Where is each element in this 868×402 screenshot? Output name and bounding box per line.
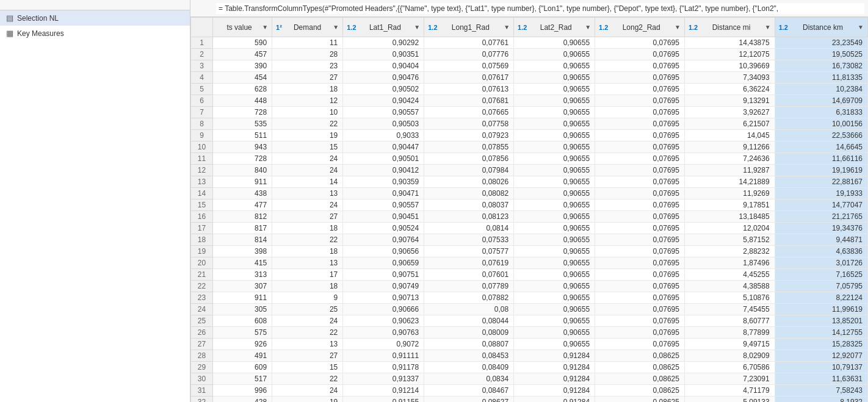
cell-r9-its-value: 511 (213, 130, 272, 142)
table-row: 8535220,905030,077580,906550,076956,2150… (191, 118, 868, 130)
cell-r20-its-value: 415 (213, 257, 272, 269)
cell-r12-lat2-rad: 0,90655 (514, 165, 595, 176)
cell-r13-long1-rad: 0,08026 (424, 176, 514, 188)
col-type-long1-rad: 1.2 (428, 24, 437, 31)
cell-r32-long2-rad: 0,08625 (595, 397, 685, 403)
formula-confirm-button[interactable] (201, 8, 206, 9)
cell-r4-distance-mi: 7,34093 (684, 72, 775, 84)
cell-r31-long2-rad: 0,08625 (595, 385, 685, 397)
table-row: 24305250,906660,080,906550,076957,454551… (191, 304, 868, 315)
cell-r22-its-value: 307 (213, 281, 272, 292)
col-dropdown-distance-km[interactable]: ▼ (858, 24, 864, 31)
cell-r27-distance-km: 15,28325 (775, 339, 867, 350)
cell-r23-demand: 9 (272, 292, 343, 304)
cell-r28-long2-rad: 0,08625 (595, 350, 685, 362)
col-dropdown-lat2-rad[interactable]: ▼ (585, 24, 591, 31)
cell-r7-distance-mi: 3,92627 (684, 107, 775, 118)
row-number-18: 18 (191, 234, 213, 246)
table-row: 19398180,906560,075770,906550,076952,882… (191, 246, 868, 257)
col-header-long2-rad: 1.2 Long2_Rad ▼ (595, 18, 685, 37)
cell-r14-distance-km: 19,1933 (775, 188, 867, 199)
col-type-long2-rad: 1.2 (599, 24, 608, 31)
row-number-16: 16 (191, 211, 213, 223)
cell-r2-long2-rad: 0,07695 (595, 49, 685, 60)
cell-r24-distance-km: 11,99619 (775, 304, 867, 315)
cell-r28-distance-km: 12,92077 (775, 350, 867, 362)
col-label-distance-mi: Distance mi (700, 23, 763, 32)
cell-r30-its-value: 517 (213, 373, 272, 385)
table-row: 2391190,907130,078820,906550,076955,1087… (191, 292, 868, 304)
cell-r2-lat1-rad: 0,90351 (343, 49, 424, 60)
cell-r6-long2-rad: 0,07695 (595, 95, 685, 107)
col-dropdown-long2-rad[interactable]: ▼ (675, 24, 681, 31)
row-number-14: 14 (191, 188, 213, 199)
cell-r27-its-value: 926 (213, 339, 272, 350)
cell-r31-long1-rad: 0,08467 (424, 385, 514, 397)
cell-r14-long1-rad: 0,08082 (424, 188, 514, 199)
cell-r22-long2-rad: 0,07695 (595, 281, 685, 292)
formula-input[interactable] (216, 3, 864, 14)
cell-r12-its-value: 840 (213, 165, 272, 176)
row-number-27: 27 (191, 339, 213, 350)
col-dropdown-its-value[interactable]: ▼ (262, 24, 268, 31)
cell-r9-lat2-rad: 0,90655 (514, 130, 595, 142)
col-dropdown-lat1-rad[interactable]: ▼ (414, 24, 420, 31)
cell-r16-distance-km: 21,21765 (775, 211, 867, 223)
cell-r9-distance-km: 22,53666 (775, 130, 867, 142)
table-row: 31996240,912140,084670,912840,086254,711… (191, 385, 868, 397)
cell-r26-long2-rad: 0,07695 (595, 327, 685, 339)
col-dropdown-distance-mi[interactable]: ▼ (765, 24, 771, 31)
col-dropdown-long1-rad[interactable]: ▼ (504, 24, 510, 31)
cell-r3-distance-km: 16,73082 (775, 60, 867, 72)
cell-r28-lat1-rad: 0,91111 (343, 350, 424, 362)
col-header-demand: 1² Demand ▼ (272, 18, 343, 37)
cell-r18-demand: 22 (272, 234, 343, 246)
cell-r18-distance-km: 9,44871 (775, 234, 867, 246)
table-row: 32428190,911550,086270,912840,086255,091… (191, 397, 868, 403)
cell-r9-lat1-rad: 0,9033 (343, 130, 424, 142)
cell-r26-distance-km: 14,12755 (775, 327, 867, 339)
cell-r30-distance-km: 11,63631 (775, 373, 867, 385)
cell-r18-long2-rad: 0,07695 (595, 234, 685, 246)
cell-r5-its-value: 628 (213, 84, 272, 95)
table-row: 9511190,90330,079230,906550,0769514,0452… (191, 130, 868, 142)
cell-r21-demand: 17 (272, 269, 343, 281)
cell-r28-lat2-rad: 0,91284 (514, 350, 595, 362)
cell-r27-lat1-rad: 0,9072 (343, 339, 424, 350)
cell-r32-distance-mi: 5,09133 (684, 397, 775, 403)
cell-r26-its-value: 575 (213, 327, 272, 339)
cell-r10-lat1-rad: 0,90447 (343, 142, 424, 153)
row-number-26: 26 (191, 327, 213, 339)
formula-cancel-button[interactable] (194, 8, 199, 9)
sidebar-item-key-measures[interactable]: ▦Key Measures (0, 26, 190, 41)
cell-r17-long1-rad: 0,0814 (424, 223, 514, 234)
row-number-3: 3 (191, 60, 213, 72)
col-label-lat1-rad: Lat1_Rad (358, 23, 413, 32)
cell-r14-its-value: 438 (213, 188, 272, 199)
sidebar: ▤Selection NL▦Key Measures (0, 0, 190, 402)
col-label-long2-rad: Long2_Rad (610, 23, 673, 32)
cell-r7-lat1-rad: 0,90557 (343, 107, 424, 118)
cell-r27-demand: 13 (272, 339, 343, 350)
col-dropdown-demand[interactable]: ▼ (333, 24, 339, 31)
cell-r7-lat2-rad: 0,90655 (514, 107, 595, 118)
cell-r23-distance-km: 8,22124 (775, 292, 867, 304)
cell-r4-its-value: 454 (213, 72, 272, 84)
row-number-7: 7 (191, 107, 213, 118)
cell-r8-distance-km: 10,00156 (775, 118, 867, 130)
cell-r18-distance-mi: 5,87152 (684, 234, 775, 246)
cell-r21-distance-km: 7,16525 (775, 269, 867, 281)
sidebar-item-selection-nl[interactable]: ▤Selection NL (0, 10, 190, 26)
col-type-demand: 1² (276, 24, 282, 31)
formula-fx-button[interactable] (209, 8, 214, 9)
cell-r11-lat1-rad: 0,90501 (343, 153, 424, 165)
cell-r16-distance-mi: 13,18485 (684, 211, 775, 223)
cell-r24-long2-rad: 0,07695 (595, 304, 685, 315)
table-wrapper[interactable]: ts value ▼ 1² Demand ▼ 1.2 Lat1_Rad ▼ 1.… (190, 17, 868, 402)
cell-r23-its-value: 911 (213, 292, 272, 304)
cell-r13-distance-km: 22,88167 (775, 176, 867, 188)
collapse-sidebar-button[interactable] (180, 4, 185, 6)
cell-r20-long2-rad: 0,07695 (595, 257, 685, 269)
cell-r19-lat1-rad: 0,90656 (343, 246, 424, 257)
row-number-10: 10 (191, 142, 213, 153)
